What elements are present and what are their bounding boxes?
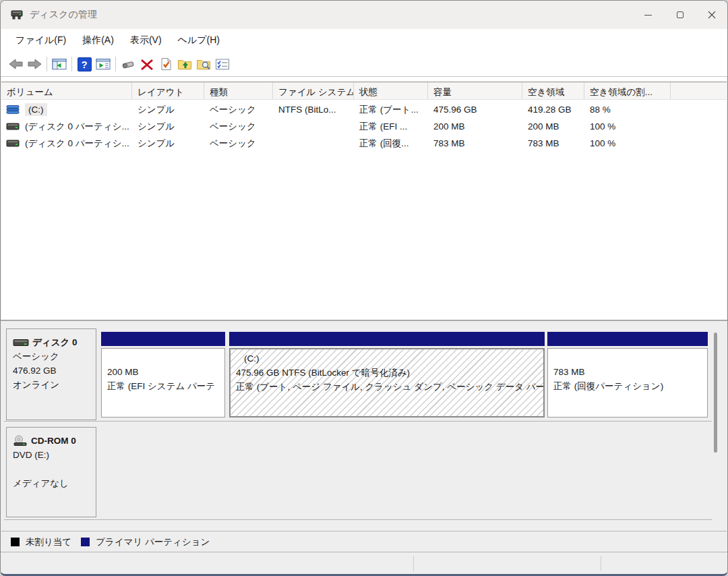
statusbar-divider	[413, 556, 414, 571]
legend-unallocated: 未割り当て	[11, 536, 71, 548]
disk0-label-panel[interactable]: ディスク 0 ベーシック 476.92 GB オンライン	[6, 328, 96, 420]
status-bar	[1, 552, 727, 574]
volume-layout: シンプル	[132, 104, 204, 116]
back-arrow-icon	[8, 58, 24, 70]
graphical-view-pane: ディスク 0 ベーシック 476.92 GB オンライン 200 MB 正常 (…	[1, 321, 727, 552]
volume-percent-free: 100 %	[584, 121, 671, 132]
maximize-icon	[677, 11, 684, 18]
legend-primary-partition-label: プライマリ パーティション	[96, 536, 210, 548]
tool-icon	[120, 57, 136, 71]
primary-partition-swatch	[81, 538, 90, 546]
partition-size: 475.96 GB NTFS (BitLocker で暗号化済み)	[236, 366, 543, 380]
partition-color-bar	[229, 332, 545, 346]
console-tree-icon	[51, 57, 67, 71]
volume-percent-free: 100 %	[584, 138, 671, 148]
partition-efi[interactable]: 200 MB 正常 (EFI システム パーテ	[101, 332, 225, 417]
show-console-tree-button[interactable]	[50, 55, 69, 74]
spacer	[13, 462, 93, 476]
volume-c-disk-icon	[6, 105, 20, 114]
explore-button[interactable]	[194, 55, 213, 74]
cdrom-media-status: メディアなし	[13, 476, 93, 490]
column-header-layout[interactable]: レイアウト	[132, 82, 204, 99]
menu-view[interactable]: 表示(V)	[122, 30, 170, 51]
disk0-size: 476.92 GB	[13, 364, 93, 378]
volume-name: (C:)	[25, 103, 47, 116]
show-action-pane-button[interactable]	[94, 55, 113, 74]
volume-capacity: 783 MB	[428, 138, 522, 148]
menu-help[interactable]: ヘルプ(H)	[170, 30, 228, 51]
column-header-free-space[interactable]: 空き領域	[522, 82, 584, 99]
volume-status: 正常 (EFI ...	[354, 121, 428, 133]
column-header-volume[interactable]: ボリューム	[1, 82, 132, 99]
volume-name: (ディスク 0 パーティシ...	[25, 121, 129, 133]
column-header-status[interactable]: 状態	[354, 82, 428, 99]
disk-row-separator	[4, 519, 712, 520]
partition-title: (C:)	[236, 351, 543, 366]
toolbar-separator	[47, 57, 47, 71]
minimize-button[interactable]	[632, 1, 664, 29]
volume-type: ベーシック	[204, 104, 273, 116]
partition-recovery[interactable]: 783 MB 正常 (回復パーティション)	[547, 332, 708, 417]
vertical-scrollbar-thumb[interactable]	[714, 333, 717, 453]
partition-c-selected[interactable]: (C:) 475.96 GB NTFS (BitLocker で暗号化済み) 正…	[229, 332, 545, 417]
disk0-name: ディスク 0	[32, 335, 78, 349]
tool-button[interactable]	[119, 55, 138, 74]
unallocated-swatch	[11, 538, 20, 546]
menubar: ファイル(F) 操作(A) 表示(V) ヘルプ(H)	[1, 29, 727, 52]
cdrom-name: CD-ROM 0	[31, 434, 76, 448]
help-button[interactable]: ?	[75, 55, 94, 74]
volume-row-recovery[interactable]: (ディスク 0 パーティシ... シンプル ベーシック 正常 (回復... 78…	[1, 135, 727, 152]
volume-filesystem: NTFS (BitLo...	[273, 105, 354, 115]
partition-disk-icon	[6, 140, 20, 147]
toolbar: ?	[1, 52, 727, 77]
document-check-icon	[158, 57, 173, 71]
disk-row-separator	[4, 421, 712, 422]
volume-capacity: 475.96 GB	[428, 105, 522, 115]
disk0-type: ベーシック	[13, 349, 93, 364]
volume-list-header: ボリューム レイアウト 種類 ファイル システム 状態 容量 空き領域 空き領域…	[1, 82, 727, 100]
minimize-icon	[644, 15, 652, 16]
maximize-button[interactable]	[664, 1, 696, 29]
open-button[interactable]	[175, 55, 194, 74]
cdrom-drive-letter: DVD (E:)	[13, 448, 93, 462]
menu-action[interactable]: 操作(A)	[74, 30, 122, 51]
column-header-capacity[interactable]: 容量	[428, 82, 522, 99]
volume-capacity: 200 MB	[428, 121, 522, 132]
help-icon: ?	[78, 57, 92, 71]
back-button[interactable]	[6, 55, 25, 74]
volume-free: 200 MB	[522, 121, 584, 132]
volume-row-c[interactable]: (C:) シンプル ベーシック NTFS (BitLo... 正常 (ブート..…	[1, 101, 727, 118]
disk-icon	[13, 339, 29, 347]
window-title: ディスクの管理	[30, 9, 97, 21]
column-header-percent-free[interactable]: 空き領域の割...	[584, 82, 671, 99]
volume-name: (ディスク 0 パーティシ...	[25, 138, 129, 150]
mark-partition-active-button[interactable]	[156, 55, 175, 74]
volume-row-efi[interactable]: (ディスク 0 パーティシ... シンプル ベーシック 正常 (EFI ... …	[1, 118, 727, 135]
delete-volume-button[interactable]	[138, 55, 156, 74]
forward-button[interactable]	[25, 55, 44, 74]
volume-type: ベーシック	[204, 121, 273, 133]
legend-bar: 未割り当て プライマリ パーティション	[1, 531, 727, 552]
titlebar: ディスクの管理	[1, 1, 727, 29]
volume-layout: シンプル	[132, 138, 204, 150]
partition-status: 正常 (ブート, ページ ファイル, クラッシュ ダンプ, ベーシック データ …	[236, 380, 543, 394]
volume-free: 783 MB	[522, 138, 584, 148]
partition-status: 正常 (回復パーティション)	[553, 379, 707, 393]
action-pane-icon	[95, 57, 111, 71]
properties-button[interactable]	[213, 55, 232, 74]
close-button[interactable]	[696, 1, 727, 29]
volume-status: 正常 (回復...	[354, 138, 428, 150]
disk-management-window: ディスクの管理 ファイル(F) 操作(A) 表示(V) ヘルプ(H)	[0, 0, 728, 576]
legend-unallocated-label: 未割り当て	[26, 536, 71, 548]
cdrom-label-panel[interactable]: CD-ROM 0 DVD (E:) メディアなし	[6, 427, 96, 517]
column-header-filesystem[interactable]: ファイル システム	[273, 82, 354, 99]
menu-file[interactable]: ファイル(F)	[7, 30, 74, 51]
partition-size: 783 MB	[553, 365, 707, 379]
partition-size: 200 MB	[107, 365, 224, 379]
column-header-type[interactable]: 種類	[204, 82, 273, 99]
folder-up-arrow-icon	[177, 57, 193, 71]
toolbar-separator	[71, 57, 72, 71]
close-icon	[708, 11, 716, 19]
volume-percent-free: 88 %	[584, 105, 671, 115]
volume-type: ベーシック	[204, 138, 273, 150]
